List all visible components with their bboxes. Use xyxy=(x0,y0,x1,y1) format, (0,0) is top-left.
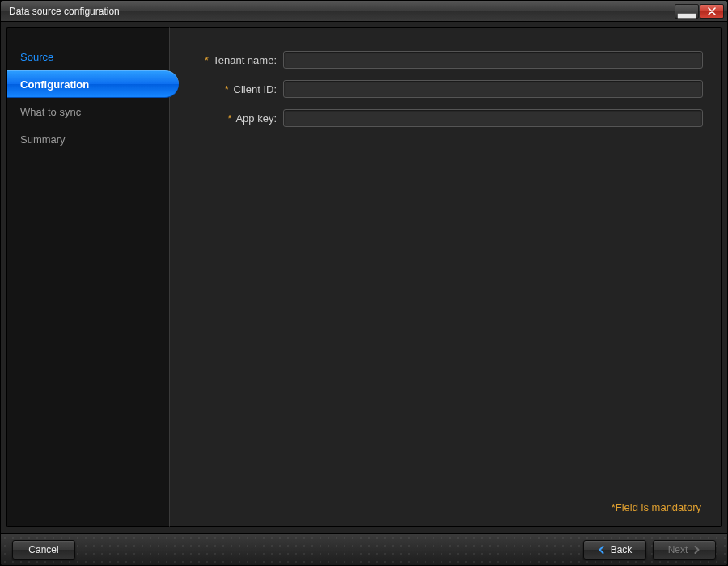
field-label-text: App key: xyxy=(235,112,277,125)
required-marker: * xyxy=(205,54,209,66)
sidebar-item-label: What to sync xyxy=(20,106,81,118)
required-marker: * xyxy=(227,112,231,125)
sidebar-item-label: Summary xyxy=(20,133,66,146)
required-marker: * xyxy=(225,83,229,95)
window-title: Data source configuration xyxy=(9,6,120,17)
sidebar-item-source[interactable]: Source xyxy=(7,43,169,70)
chevron-left-icon xyxy=(598,546,606,554)
chevron-right-icon xyxy=(692,546,700,554)
button-label: Next xyxy=(668,544,688,555)
form-panel: * Tenant name: * Client ID: * App key: xyxy=(170,27,722,527)
form-row-tenant-name: * Tenant name: xyxy=(188,48,703,72)
client-id-input[interactable] xyxy=(283,80,703,98)
sidebar-item-what-to-sync[interactable]: What to sync xyxy=(7,98,169,125)
titlebar: Data source configuration xyxy=(1,1,727,22)
mandatory-note: *Field is mandatory xyxy=(612,501,701,513)
form-row-client-id: * Client ID: xyxy=(188,77,703,101)
field-label-app-key: * App key: xyxy=(188,112,277,125)
back-button[interactable]: Back xyxy=(583,540,646,560)
cancel-button[interactable]: Cancel xyxy=(12,540,75,560)
form-row-app-key: * App key: xyxy=(188,106,703,130)
dialog-window: Data source configuration Source Configu… xyxy=(0,0,728,566)
wizard-sidebar: Source Configuration What to sync Summar… xyxy=(6,27,170,527)
dialog-footer: Cancel Back Next xyxy=(1,533,727,565)
field-label-text: Client ID: xyxy=(234,83,277,95)
button-label: Back xyxy=(611,544,633,555)
close-icon xyxy=(708,7,716,15)
field-label-tenant-name: * Tenant name: xyxy=(188,54,277,66)
minimize-icon xyxy=(675,0,698,23)
minimize-button[interactable] xyxy=(675,4,699,19)
svg-rect-0 xyxy=(678,13,696,18)
button-label: Cancel xyxy=(28,544,58,555)
field-label-client-id: * Client ID: xyxy=(188,83,277,95)
sidebar-item-summary[interactable]: Summary xyxy=(7,125,169,153)
tenant-name-input[interactable] xyxy=(283,51,703,69)
app-key-input[interactable] xyxy=(283,109,703,127)
next-button[interactable]: Next xyxy=(653,540,716,560)
field-label-text: Tenant name: xyxy=(213,54,277,66)
close-button[interactable] xyxy=(700,4,724,19)
sidebar-item-label: Configuration xyxy=(20,78,89,91)
sidebar-item-configuration[interactable]: Configuration xyxy=(7,70,179,98)
dialog-body: Source Configuration What to sync Summar… xyxy=(1,22,727,533)
sidebar-item-label: Source xyxy=(20,51,53,63)
